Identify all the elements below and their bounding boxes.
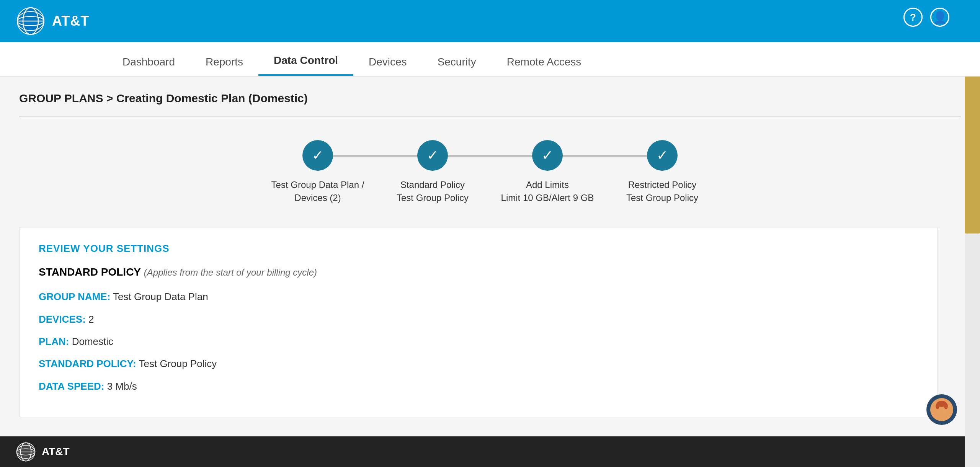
step-3-line	[547, 155, 662, 157]
step-2-circle: ✓	[417, 140, 448, 171]
stepper-step-4: ✓ Restricted Policy Test Group Policy	[605, 140, 720, 204]
stepper-step-3: ✓ Add Limits Limit 10 GB/Alert 9 GB	[490, 140, 605, 204]
help-icon[interactable]: ?	[903, 8, 923, 27]
step-1-label: Test Group Data Plan / Devices (2)	[271, 178, 364, 204]
stepper-step-2: ✓ Standard Policy Test Group Policy	[375, 140, 490, 204]
footer-att-logo-icon	[15, 441, 36, 462]
review-row-data-speed: DATA SPEED: 3 Mb/s	[39, 379, 918, 393]
page-content: GROUP PLANS > Creating Domestic Plan (Do…	[0, 77, 980, 436]
nav-item-data-control[interactable]: Data Control	[258, 42, 353, 76]
header: AT&T ? 👤	[0, 0, 980, 42]
review-row-devices: DEVICES: 2	[39, 312, 918, 326]
att-logo-icon	[15, 6, 46, 36]
step-2-line	[433, 155, 547, 157]
review-row-plan: PLAN: Domestic	[39, 335, 918, 348]
step-3-label: Add Limits Limit 10 GB/Alert 9 GB	[501, 178, 594, 204]
review-row-standard-policy: STANDARD POLICY: Test Group Policy	[39, 357, 918, 371]
header-icons: ? 👤	[903, 8, 949, 27]
review-section-title: STANDARD POLICY (Applies from the start …	[39, 266, 918, 278]
step-4-label: Restricted Policy Test Group Policy	[626, 178, 698, 204]
header-logo-text: AT&T	[52, 13, 89, 29]
chat-avatar-icon	[930, 398, 953, 421]
breadcrumb-divider	[19, 116, 961, 117]
step-2-label: Standard Policy Test Group Policy	[397, 178, 469, 204]
review-box: REVIEW YOUR SETTINGS STANDARD POLICY (Ap…	[19, 227, 938, 417]
nav-item-dashboard[interactable]: Dashboard	[107, 42, 190, 76]
svg-point-11	[944, 403, 948, 409]
step-3-circle: ✓	[532, 140, 563, 171]
breadcrumb: GROUP PLANS > Creating Domestic Plan (Do…	[19, 92, 961, 105]
stepper-step-1: ✓ Test Group Data Plan / Devices (2)	[260, 140, 375, 204]
svg-point-10	[936, 403, 939, 409]
nav-bar: Dashboard Reports Data Control Devices S…	[0, 42, 980, 77]
stepper: ✓ Test Group Data Plan / Devices (2) ✓ S…	[19, 132, 961, 208]
step-1-circle: ✓	[302, 140, 333, 171]
footer-logo-text: AT&T	[42, 446, 70, 458]
nav-item-remote-access[interactable]: Remote Access	[492, 42, 597, 76]
nav-item-devices[interactable]: Devices	[353, 42, 422, 76]
logo-area: AT&T	[15, 6, 89, 36]
review-title: REVIEW YOUR SETTINGS	[39, 243, 918, 255]
nav-item-reports[interactable]: Reports	[190, 42, 258, 76]
review-row-group-name: GROUP NAME: Test Group Data Plan	[39, 290, 918, 304]
svg-point-8	[935, 412, 949, 419]
user-icon[interactable]: 👤	[930, 8, 949, 27]
footer: AT&T	[0, 436, 965, 467]
step-1-line	[318, 155, 433, 157]
step-4-circle: ✓	[647, 140, 678, 171]
footer-logo: AT&T	[15, 441, 70, 462]
nav-item-security[interactable]: Security	[422, 42, 492, 76]
chat-button[interactable]	[926, 394, 957, 425]
